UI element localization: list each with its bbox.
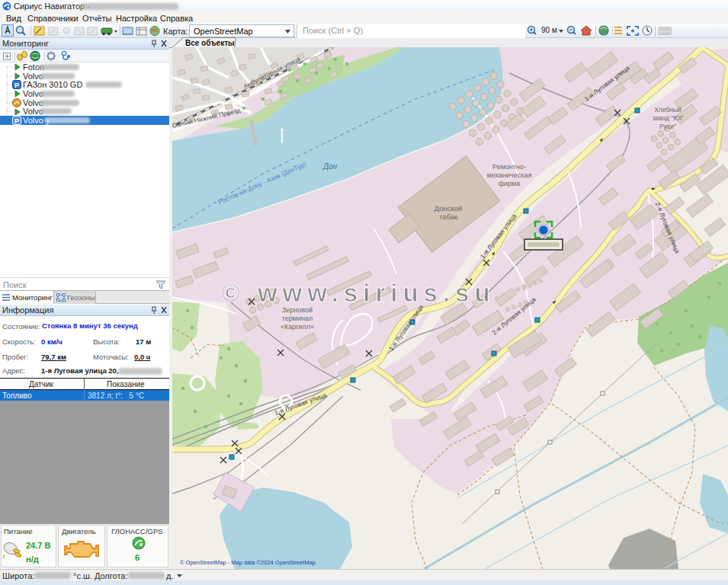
svg-text:терминал: терминал <box>282 315 313 322</box>
svg-text:«Каргилл»: «Каргилл» <box>281 323 314 331</box>
svg-text:Зерновой: Зерновой <box>282 306 313 314</box>
svg-text:Дон: Дон <box>322 162 338 171</box>
svg-text:© www.sirius.su: © www.sirius.su <box>221 279 495 307</box>
svg-text:© OpenStreetMap - Map data ©20: © OpenStreetMap - Map data ©2024 OpenStr… <box>180 559 316 566</box>
svg-text:Донской: Донской <box>435 204 463 213</box>
svg-text:Руси": Руси" <box>659 123 676 130</box>
svg-text:табак: табак <box>439 213 458 221</box>
svg-text:90 м: 90 м <box>541 26 557 34</box>
svg-text:P: P <box>14 82 19 89</box>
svg-text:P: P <box>14 117 19 125</box>
svg-text:Ремонтно-: Ремонтно- <box>492 163 526 171</box>
svg-text:завод "ЮГ: завод "ЮГ <box>652 114 684 122</box>
svg-text:механическая: механическая <box>487 171 532 179</box>
svg-text:Хлебный: Хлебный <box>654 106 681 113</box>
svg-text:фирма: фирма <box>499 180 521 187</box>
